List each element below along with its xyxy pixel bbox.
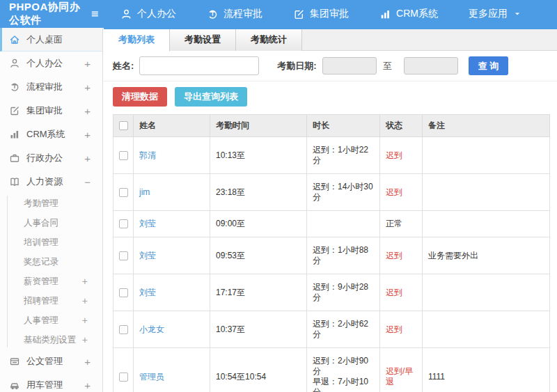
sidebar-item-行政办公[interactable]: 行政办公+	[0, 146, 102, 170]
row-checkbox[interactable]	[119, 219, 128, 228]
select-all-checkbox[interactable]	[119, 121, 128, 130]
expand-toggle-icon[interactable]: +	[84, 81, 91, 93]
expand-toggle-icon[interactable]: +	[82, 315, 88, 326]
duration-line: 早退：7小时10分	[313, 377, 374, 392]
table-row: 小龙女10:37至迟到：2小时62分迟到	[113, 311, 550, 348]
note-cell	[423, 311, 550, 348]
home-icon	[9, 34, 20, 45]
expand-toggle-icon[interactable]: +	[82, 276, 88, 287]
expand-toggle-icon[interactable]: +	[84, 379, 91, 391]
top-navigation: 个人办公流程审批集团审批CRM系统更多应用	[120, 8, 557, 20]
duration-cell: 迟到：14小时30分	[307, 174, 380, 211]
row-select-cell	[113, 311, 134, 348]
expand-toggle-icon[interactable]: +	[84, 152, 91, 164]
row-checkbox[interactable]	[119, 251, 128, 260]
name-cell: 郭清	[134, 137, 210, 174]
attendance-time-cell: 10:13至	[210, 137, 307, 174]
table-header-row: 姓名考勤时间时长状态备注	[113, 115, 550, 137]
name-cell: 管理员	[134, 348, 210, 392]
nav-item-个人办公[interactable]: 个人办公	[120, 8, 176, 20]
book-icon	[9, 176, 20, 187]
column-header-姓名: 姓名	[134, 115, 210, 137]
expand-toggle-icon[interactable]: +	[82, 295, 88, 306]
main-content: 考勤列表考勤设置考勤统计 姓名: 考勤日期: 至 查 询 清理数据 导出查询列表…	[104, 28, 557, 392]
user-icon	[120, 8, 132, 20]
name-cell: 刘莹	[134, 211, 210, 237]
sidebar-subitem-人事合同[interactable]: 人事合同	[0, 213, 102, 233]
expand-toggle-icon[interactable]: +	[84, 58, 91, 70]
chart-icon	[379, 8, 391, 20]
user-icon	[9, 58, 20, 69]
duration-cell: 迟到：1小时22分	[307, 137, 380, 174]
name-input[interactable]	[139, 56, 259, 75]
expand-toggle-icon[interactable]: +	[82, 334, 88, 345]
sidebar-subitem-人事管理[interactable]: 人事管理+	[0, 311, 102, 330]
nav-item-更多应用[interactable]: 更多应用	[469, 8, 526, 20]
nav-item-流程审批[interactable]: 流程审批	[207, 8, 262, 20]
date-to-input[interactable]	[404, 57, 458, 75]
name-label: 姓名:	[113, 60, 134, 72]
employee-name-link[interactable]: 郭清	[139, 150, 156, 160]
edit-icon	[293, 8, 305, 20]
sidebar-subitem-label: 培训管理	[24, 237, 58, 249]
employee-name-link[interactable]: 刘莹	[139, 251, 156, 260]
sidebar-item-流程审批[interactable]: 流程审批+	[0, 75, 102, 99]
status-cell: 迟到	[380, 174, 423, 211]
status-cell: 正常	[380, 211, 423, 237]
sidebar-item-个人桌面[interactable]: 个人桌面	[0, 28, 102, 52]
chart-icon	[9, 129, 20, 140]
sidebar-item-人力资源[interactable]: 人力资源−	[0, 170, 102, 194]
tab-考勤列表[interactable]: 考勤列表	[104, 29, 170, 52]
sidebar-item-集团审批[interactable]: 集团审批+	[0, 99, 102, 123]
sidebar-item-CRM系统[interactable]: CRM系统+	[0, 123, 102, 146]
flow-icon	[207, 8, 219, 20]
export-list-button[interactable]: 导出查询列表	[175, 87, 247, 107]
clean-data-button[interactable]: 清理数据	[113, 87, 167, 107]
attendance-time-cell: 10:37至	[210, 311, 307, 348]
employee-name-link[interactable]: 小龙女	[139, 324, 164, 334]
sidebar-subitem-薪资管理[interactable]: 薪资管理+	[0, 272, 102, 291]
status-cell: 迟到	[380, 237, 423, 274]
status-badge: 迟到	[386, 324, 402, 334]
tab-考勤统计[interactable]: 考勤统计	[235, 29, 302, 51]
menu-toggle-icon[interactable]	[91, 6, 100, 22]
duration-line: 迟到：1小时88分	[313, 245, 374, 266]
expand-toggle-icon[interactable]: +	[84, 356, 91, 368]
row-checkbox[interactable]	[119, 151, 128, 160]
sidebar-item-个人办公[interactable]: 个人办公+	[0, 52, 102, 75]
row-checkbox[interactable]	[119, 188, 128, 197]
row-checkbox[interactable]	[119, 288, 128, 297]
duration-cell: 迟到：2小时90分早退：7小时10分	[307, 348, 380, 392]
date-to-label: 至	[383, 60, 392, 72]
sidebar-subitem-考勤管理[interactable]: 考勤管理	[0, 194, 102, 213]
query-button[interactable]: 查 询	[469, 56, 509, 75]
expand-toggle-icon[interactable]: +	[84, 129, 91, 141]
sidebar-item-label: 个人桌面	[26, 33, 63, 46]
sidebar-subitem-培训管理[interactable]: 培训管理	[0, 233, 102, 252]
sidebar-subitem-label: 奖惩记录	[24, 256, 58, 268]
employee-name-link[interactable]: 刘莹	[139, 288, 156, 297]
employee-name-link[interactable]: jim	[139, 187, 150, 197]
sidebar-item-公文管理[interactable]: 公文管理+	[0, 350, 102, 373]
employee-name-link[interactable]: 刘莹	[139, 219, 156, 228]
table-body: 郭清10:13至迟到：1小时22分迟到jim23:18至迟到：14小时30分迟到…	[113, 137, 550, 392]
sidebar-subitem-奖惩记录[interactable]: 奖惩记录	[0, 252, 102, 272]
nav-item-集团审批[interactable]: 集团审批	[293, 8, 349, 20]
nav-item-CRM系统[interactable]: CRM系统	[379, 8, 438, 20]
row-select-cell	[113, 174, 134, 211]
expand-toggle-icon[interactable]: −	[84, 176, 91, 188]
sidebar-subitem-基础类别设置[interactable]: 基础类别设置+	[0, 330, 102, 350]
sidebar-subitem-招聘管理[interactable]: 招聘管理+	[0, 291, 102, 311]
sidebar-item-label: 个人办公	[26, 57, 63, 70]
expand-toggle-icon[interactable]: +	[84, 105, 91, 117]
sidebar-item-用车管理[interactable]: 用车管理+	[0, 373, 102, 392]
row-checkbox[interactable]	[119, 325, 128, 334]
date-from-input[interactable]	[322, 57, 377, 75]
employee-name-link[interactable]: 管理员	[139, 372, 164, 382]
attendance-table-wrap: 姓名考勤时间时长状态备注 郭清10:13至迟到：1小时22分迟到jim23:18…	[104, 113, 557, 392]
attendance-time-cell: 09:00至	[210, 211, 307, 237]
tab-考勤设置[interactable]: 考勤设置	[169, 29, 236, 51]
row-select-cell	[113, 237, 134, 274]
row-checkbox[interactable]	[119, 373, 128, 382]
submenu-人力资源: 考勤管理人事合同培训管理奖惩记录薪资管理+招聘管理+人事管理+基础类别设置+	[0, 194, 102, 350]
